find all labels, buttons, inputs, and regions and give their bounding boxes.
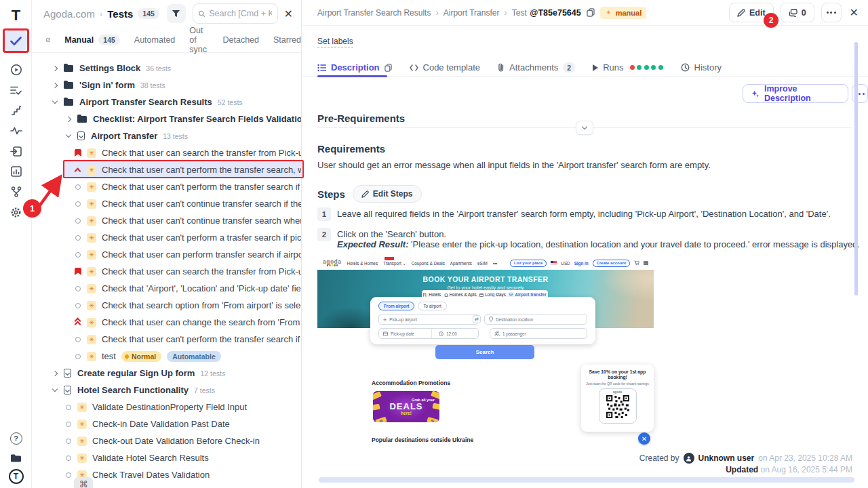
folder-sign-in-form[interactable]: 'Sign in' form38 tests — [32, 77, 302, 94]
tab-description[interactable]: Description — [317, 62, 392, 73]
nav-transport[interactable]: Transport ⌄ — [383, 261, 406, 266]
nav-apartments[interactable]: Apartments — [450, 261, 472, 266]
tab-code-template[interactable]: Code template — [410, 62, 481, 73]
test-row[interactable]: Check that user can't perform the transf… — [32, 331, 302, 348]
breadcrumb-subsuite[interactable]: Airport Transfer — [443, 8, 500, 18]
pulse-icon[interactable] — [5, 121, 27, 141]
passengers-field[interactable]: 1 passenger — [490, 328, 587, 339]
tab-attachments[interactable]: Attachments 2 — [498, 62, 575, 73]
tab-manual[interactable]: Manual145 — [64, 35, 120, 45]
folder-airport-transfer-search-results[interactable]: Airport Transfer Search Results52 tests — [32, 94, 302, 110]
pickup-time-field[interactable]: 12:00 — [435, 331, 461, 336]
suite-create-signup-form[interactable]: Create regular Sign Up form12 tests — [32, 365, 302, 382]
tab-long-stays[interactable]: Long stays — [479, 292, 505, 297]
test-row[interactable]: Check-out Date Validation Before Check-i… — [32, 432, 302, 449]
collapse-section-button[interactable] — [576, 121, 593, 135]
test-row[interactable]: Check that user can search the transfer … — [32, 144, 302, 161]
chevron-down-icon[interactable] — [52, 100, 58, 105]
breadcrumb-suite[interactable]: Airport Transfer Search Results — [317, 8, 431, 18]
bulk-edit-icon[interactable] — [46, 35, 50, 45]
chevron-down-icon[interactable] — [66, 134, 71, 139]
tab-detached[interactable]: Detached — [222, 35, 259, 45]
copy-id-icon[interactable] — [587, 8, 595, 17]
runs-icon[interactable] — [5, 60, 27, 80]
set-labels-link[interactable]: Set labels — [317, 37, 353, 47]
chevron-right-icon[interactable] — [52, 371, 58, 376]
profile-avatar[interactable]: T — [5, 466, 27, 487]
breadcrumb-section[interactable]: Tests — [107, 8, 133, 20]
date-time-field[interactable]: Pick-up date 12:00 — [378, 328, 479, 339]
list-your-place-button[interactable]: List your place — [510, 260, 547, 267]
chevron-down-icon[interactable] — [52, 388, 58, 393]
test-row[interactable]: Check that 'Airport', 'Location' and 'Pi… — [32, 280, 302, 297]
swap-icon[interactable]: ⇄ — [473, 315, 481, 323]
close-search-icon[interactable]: ✕ — [284, 7, 293, 20]
tab-history[interactable]: History — [681, 62, 722, 73]
deals-banner[interactable]: Grab all your DEALS here! % % — [373, 391, 439, 422]
import-icon[interactable] — [5, 141, 27, 161]
test-row-selected[interactable]: Check that user can't perform the transf… — [63, 161, 302, 178]
breadcrumb-project[interactable]: Agoda.com — [43, 8, 95, 20]
tests-icon[interactable] — [5, 30, 27, 51]
us-flag-icon[interactable] — [551, 261, 557, 265]
test-row[interactable]: Check-in Date Validation Past Date — [32, 415, 302, 432]
currency-selector[interactable]: USD — [561, 261, 570, 266]
test-row[interactable]: Validate DestinationProperty Field Input — [32, 399, 302, 415]
app-logo[interactable]: T — [0, 7, 32, 24]
nav-more[interactable]: ••• — [493, 261, 498, 266]
test-row[interactable]: Check that user can't continue transfer … — [32, 212, 302, 229]
plans-icon[interactable] — [5, 80, 27, 100]
nav-coupons[interactable]: Coupons & Deals — [412, 261, 445, 266]
edit-button[interactable]: Edit — [729, 3, 774, 22]
create-account-button[interactable]: Create account — [593, 260, 630, 267]
tab-automated[interactable]: Automated — [134, 35, 175, 45]
keyboard-shortcut-badge[interactable]: ⌘ — [74, 477, 93, 488]
horizontal-scrollbar[interactable] — [319, 477, 854, 483]
from-airport-pill[interactable]: From airport — [378, 302, 414, 310]
attachment-screenshot-agoda[interactable]: agoda Hotels & Homes Transport ⌄ Coupons… — [317, 256, 654, 447]
chevron-right-icon[interactable] — [52, 83, 58, 88]
edit-steps-button[interactable]: Edit Steps — [353, 185, 422, 203]
test-row[interactable]: testNormalAutomatable — [32, 348, 302, 365]
test-row[interactable]: Check that user can perform transfer sea… — [32, 246, 302, 263]
agoda-search-button[interactable]: Search — [435, 345, 534, 359]
suite-airport-transfer[interactable]: Airport Transfer13 tests — [32, 127, 302, 144]
folder-settings-block[interactable]: Settings Block36 tests — [32, 60, 302, 77]
settings-gear-icon[interactable] — [5, 202, 27, 222]
projects-icon[interactable] — [5, 447, 27, 468]
more-actions-button[interactable] — [821, 3, 842, 22]
filter-button[interactable] — [167, 4, 186, 23]
chevron-right-icon[interactable] — [66, 117, 71, 122]
qr-popup-close-button[interactable]: ✕ — [638, 432, 650, 445]
steps-icon[interactable] — [5, 100, 27, 121]
tab-out-of-sync[interactable]: Out of sync — [189, 26, 208, 54]
menu-icon[interactable] — [644, 261, 648, 266]
pickup-airport-field[interactable]: ✈Pick-up airport — [378, 314, 479, 325]
analytics-icon[interactable] — [5, 161, 27, 182]
tab-hotels[interactable]: Hotels — [423, 292, 441, 297]
chevron-right-icon[interactable] — [52, 66, 58, 71]
test-row[interactable]: Validate Hotel Search Results — [32, 449, 302, 466]
nav-esim[interactable]: eSIM — [477, 261, 488, 266]
test-row[interactable]: Check that user can change the search fr… — [32, 314, 302, 331]
test-row[interactable]: Check that user can search the transfer … — [32, 263, 302, 280]
test-row[interactable]: Check that user can't continue transfer … — [32, 195, 302, 212]
test-row[interactable]: Check that user can't perform the transf… — [32, 178, 302, 195]
to-airport-pill[interactable]: To airport — [418, 302, 446, 310]
tab-starred[interactable]: Starred — [273, 35, 301, 45]
sign-in-link[interactable]: Sign in — [574, 261, 589, 266]
destination-field[interactable]: Destination location — [484, 314, 587, 325]
comments-button[interactable]: 0 — [781, 3, 814, 22]
close-detail-icon[interactable]: ✕ — [850, 6, 859, 19]
test-row[interactable]: Check Travel Dates Validation — [32, 466, 302, 483]
test-row[interactable]: Check that user can't perform a trasfer … — [32, 229, 302, 246]
folder-checklist[interactable]: Checklist: Airport Transfer Search Field… — [32, 110, 302, 127]
test-row[interactable]: Check that search option from 'From airp… — [32, 297, 302, 314]
pickup-date-field[interactable]: Pick-up date — [379, 329, 432, 338]
nav-hotels-homes[interactable]: Hotels & Homes — [347, 261, 378, 266]
branch-icon[interactable] — [5, 182, 27, 202]
vertical-scrollbar[interactable] — [854, 42, 858, 296]
cart-icon[interactable] — [634, 260, 639, 266]
tab-runs[interactable]: Runs — [593, 62, 663, 73]
tab-homes-apts[interactable]: Homes & Apts — [444, 292, 477, 297]
